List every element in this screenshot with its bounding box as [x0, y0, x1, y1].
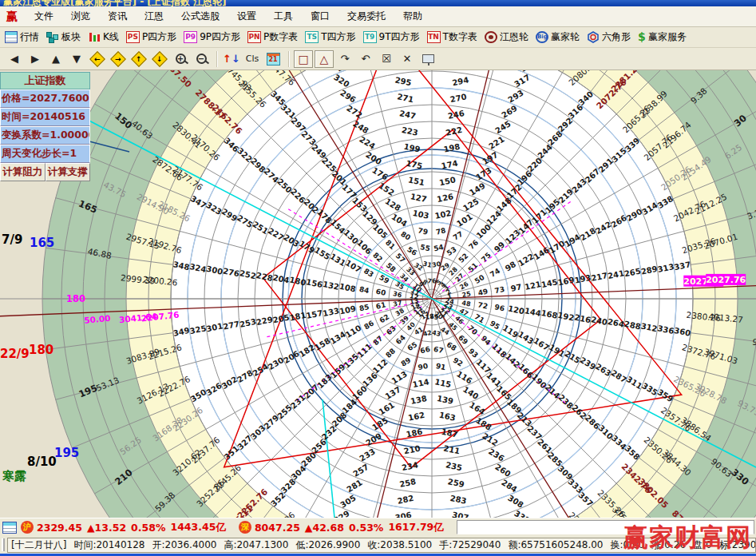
sh-pct: 0.58% [131, 522, 165, 534]
diamond-right-button[interactable]: → [109, 50, 128, 68]
square-tool-button[interactable]: □ [294, 50, 313, 68]
zoom-in-icon: + [176, 54, 186, 64]
dollar-icon: $ [638, 31, 646, 43]
toolbar-label: P四方形 [142, 30, 176, 44]
sh-change: ▲13.52 [87, 522, 126, 534]
menu-item-1[interactable]: 浏览 [62, 7, 99, 26]
wheel-date-degree-label-2: 22/9 [0, 347, 30, 361]
toolbar-button-T四方形[interactable]: TST四方形 [305, 30, 355, 44]
toolbar-button-T数字表[interactable]: TNT数字表 [427, 30, 477, 44]
menu-item-2[interactable]: 资讯 [99, 7, 136, 26]
panel-price: 价格=2027.7600 [0, 89, 90, 108]
calendar-icon: 21 [267, 53, 280, 66]
menu-item-8[interactable]: 交易委托 [338, 7, 394, 26]
toolbar-button-行情[interactable]: 行情 [5, 30, 39, 44]
badge-icon-T9: T9 [363, 31, 377, 43]
toolbar-button-板块[interactable]: 板块 [46, 30, 81, 44]
toolbar-button-P数字表[interactable]: PNP数字表 [247, 30, 298, 44]
toolbar-button-P四方形[interactable]: PSP四方形 [126, 30, 176, 44]
quote-time: 时间:20140128 [73, 538, 144, 552]
badge-icon-PN: PN [247, 31, 261, 43]
diamond-up-button[interactable]: ↑ [129, 50, 148, 68]
badge-icon-PS: PS [126, 31, 140, 43]
gann-wheel-figure: 1234567891011121314151617181920212223242… [0, 70, 756, 518]
screen-icon [422, 54, 434, 63]
zoom-out-icon: − [196, 54, 207, 64]
sh-market-quote[interactable]: 沪 2329.45 ▲13.52 0.58% 1443.45亿 [21, 521, 231, 534]
sz-pct: 0.53% [349, 522, 383, 534]
sz-market-quote[interactable]: 深 8047.25 ▲42.68 0.53% 1617.79亿 [239, 521, 449, 534]
sh-index: 2329.45 [37, 522, 82, 534]
svg-text:180: 180 [66, 293, 85, 304]
arrow-down-button[interactable]: ▼ [67, 50, 86, 68]
toolbar-button-赢家服务[interactable]: $赢家服务 [638, 30, 687, 44]
arrow-left-button[interactable]: ◀ [5, 50, 24, 68]
calc-support-button[interactable]: 计算支撑 [46, 163, 91, 181]
app-logo: 赢 [6, 10, 18, 24]
diamond-left-button[interactable]: ← [88, 50, 107, 68]
menu-item-6[interactable]: 工具 [265, 7, 302, 26]
toolbar-separator [288, 51, 290, 67]
triangle-tool-button[interactable]: △ [315, 50, 334, 68]
toolbar-button-K线[interactable]: K线 [88, 30, 119, 44]
triangle-tool-icon: △ [320, 53, 329, 66]
toolbar-button-9P四方形[interactable]: P99P四方形 [184, 30, 240, 44]
window-title: 赢家江恩专业版[赢家服务平台] - [上证指数 江恩轮] [3, 0, 226, 6]
toolbar-button-9T四方形[interactable]: T99T四方形 [363, 30, 420, 44]
scale-x-button[interactable]: ✕ [398, 50, 417, 68]
toolbar-tools: ◀▶▲▼←→↑↓+−↑↓Cls21□△↷↶☒✕ [0, 48, 756, 70]
screen-button[interactable] [418, 50, 437, 68]
boxed-x-button[interactable]: ☒ [377, 50, 396, 68]
toolbar-label: T数字表 [443, 30, 477, 44]
rotate-cw-button[interactable]: ↷ [335, 50, 354, 68]
panel-title: 上证指数 [0, 72, 90, 89]
menu-item-3[interactable]: 江恩 [136, 7, 172, 26]
sh-badge-icon: 沪 [21, 521, 34, 534]
toolbar-button-赢家轮[interactable]: Big赢家轮 [536, 30, 580, 44]
panel-factor: 变换系数=1.00000 [0, 126, 90, 145]
menu-item-9[interactable]: 帮助 [394, 7, 431, 26]
rotate-ccw-button[interactable]: ↶ [356, 50, 375, 68]
quote-close: 收:2038.5100 [367, 538, 432, 552]
quote-grid-icon [5, 31, 18, 43]
badge-icon-TN: TN [427, 31, 441, 43]
toolbar-label: 赢家轮 [551, 30, 580, 44]
cls-button[interactable]: Cls [243, 50, 262, 68]
statusbar-grip[interactable] [2, 538, 5, 551]
updown-arrows-button[interactable]: ↑↓ [222, 50, 241, 68]
site-watermark: 赢家财富网 [623, 520, 756, 556]
quote-open: 开:2036.4000 [152, 538, 217, 552]
wheel-date-degree-label-0: 7/9 [2, 232, 22, 247]
toolbar-label: 9P四方形 [200, 30, 240, 44]
gann-wheel-svg: 1234567891011121314151617181920212223242… [0, 70, 756, 518]
toolbar-label: 六角形 [602, 30, 631, 44]
panel-date: 时间=20140516 [0, 108, 90, 126]
menu-item-4[interactable]: 公式选股 [172, 7, 228, 26]
toolbar-button-江恩轮[interactable]: 江恩轮 [485, 30, 528, 44]
calendar-button[interactable]: 21 [263, 50, 283, 68]
toolbar-label: T四方形 [321, 30, 355, 44]
badge-icon-TS: TS [305, 31, 319, 43]
menu-item-7[interactable]: 窗口 [302, 7, 338, 26]
toolbar-label: 江恩轮 [500, 30, 528, 44]
menu-bar: 赢 文件浏览资讯江恩公式选股设置工具窗口交易委托帮助 [0, 6, 756, 27]
sz-badge-icon: 深 [239, 521, 251, 534]
toolbar-button-六角形[interactable]: 六角形 [587, 30, 631, 44]
diamond-down-button[interactable]: ↓ [150, 50, 169, 68]
menu-item-0[interactable]: 文件 [26, 7, 62, 26]
toolbar-label: 赢家服务 [648, 30, 687, 44]
quote-grid-icon[interactable] [2, 522, 17, 534]
gann-wheel-chart-area[interactable]: 1234567891011121314151617181920212223242… [0, 70, 756, 518]
toolbar-label: 9T四方形 [379, 30, 420, 44]
wheel-date-degree-label-3: 180 [29, 343, 53, 357]
panel-step: 周天变化步长=1 [0, 145, 90, 163]
zoom-out-button[interactable]: − [192, 50, 211, 68]
badge-icon-P9: P9 [184, 31, 197, 43]
arrow-up-button[interactable]: ▲ [46, 50, 65, 68]
sz-amount: 1617.79亿 [388, 521, 443, 534]
menu-item-5[interactable]: 设置 [228, 7, 265, 26]
title-bar[interactable]: 赢家江恩专业版[赢家服务平台] - [上证指数 江恩轮] [0, 0, 756, 6]
zoom-in-button[interactable]: + [171, 50, 190, 68]
calc-resistance-button[interactable]: 计算阻力 [0, 163, 46, 181]
arrow-right-button[interactable]: ▶ [26, 50, 45, 68]
